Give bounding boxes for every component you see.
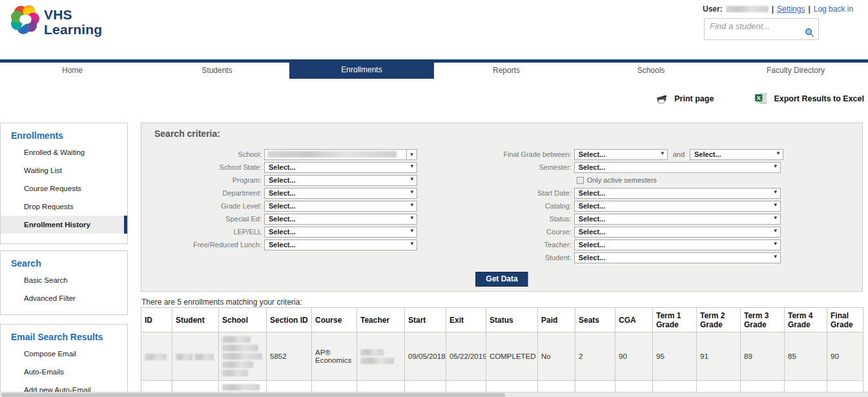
grade-level-label: Grade Level: [156,202,264,210]
start-date-label: Start Date: [501,189,574,197]
printer-icon [655,94,668,105]
search-placeholder: Find a student... [710,21,770,31]
log-back-in-link[interactable]: Log back in [814,5,853,14]
cell-exit: 05/22/2019 [446,332,486,381]
horizontal-scrollbar[interactable] [0,392,868,397]
cell-term4-grade: 85 [785,332,827,381]
tab-faculty-directory[interactable]: Faculty Directory [723,63,868,79]
sidebar-item-course-requests[interactable]: Course Requests [1,179,127,198]
col-teacher: Teacher [357,308,405,332]
col-section-id: Section ID [267,308,312,332]
col-term3-grade: Term 3 Grade [741,308,785,332]
sidebar-email-box: Email Search Results Compose Email Auto-… [0,324,128,397]
catalog-select[interactable]: Select... ▼ [574,201,781,212]
semester-select[interactable]: Select... ▼ [574,162,781,173]
cell-start: 09/05/2018 [405,332,446,381]
page-actions: Print page X Export Results to Excel [655,93,864,105]
col-school: School [219,308,267,332]
col-course: Course [312,308,357,332]
and-label: and [668,150,690,158]
find-student-search-input[interactable]: Find a student... [704,18,819,40]
col-status: Status [486,308,538,332]
criteria-right-column: Final Grade between: Select... ▼ and Sel… [501,148,783,264]
redacted-text [176,354,192,360]
cell-term1-grade: 95 [653,332,697,381]
sidebar-item-waiting-list[interactable]: Waiting List [1,161,127,179]
user-label: User: [703,5,723,14]
special-ed-select[interactable]: Select... ▼ [264,214,417,225]
free-reduced-lunch-select[interactable]: Select... ▼ [264,239,417,250]
free-reduced-lunch-label: Free/Reduced Lunch: [156,241,264,249]
sidebar-item-enrollment-history[interactable]: Enrollment History [1,216,127,234]
sidebar-item-drop-requests[interactable]: Drop Requests [1,198,127,216]
redacted-text [360,358,394,364]
results-table-wrap: ID Student School Section ID Course Teac… [141,307,863,397]
student-label: Student: [501,254,574,261]
chevron-down-icon: ▼ [409,202,415,208]
status-label: Status: [501,215,574,223]
redacted-text [222,336,251,343]
chevron-down-icon: ▼ [406,150,417,159]
school-label: School: [156,150,264,158]
chevron-down-icon: ▼ [409,189,415,195]
scrollbar-thumb[interactable] [1,393,505,397]
results-caption: There are 5 enrollments matching your cr… [141,298,302,307]
cell-term3-grade: 89 [741,332,785,381]
sidebar-item-enrolled-waiting[interactable]: Enrolled & Waiting [1,143,127,161]
lep-ell-select[interactable]: Select... ▼ [264,227,417,238]
tab-home[interactable]: Home [0,63,145,79]
separator: | [772,5,774,14]
course-label: Course: [501,228,574,236]
search-icon[interactable] [805,28,814,37]
sidebar-item-basic-search[interactable]: Basic Search [1,271,127,289]
cell-paid: No [538,332,575,381]
student-select[interactable]: Select... ▼ [574,252,781,263]
tab-students[interactable]: Students [145,63,289,79]
search-criteria-title: Search criteria: [141,123,862,139]
semester-label: Semester: [501,163,574,171]
col-cga: CGA [615,308,653,332]
sidebar-enrollments-box: Enrollments Enrolled & Waiting Waiting L… [0,123,128,244]
tab-enrollments[interactable]: Enrollments [289,59,434,79]
redacted-text [222,353,262,360]
get-data-button[interactable]: Get Data [475,272,528,287]
separator: | [808,5,810,14]
export-excel-button[interactable]: X Export Results to Excel [755,93,864,105]
table-row: 5852 AP® Economics 09/05/2018 05/22/2019… [141,332,863,381]
teacher-select[interactable]: Select... ▼ [574,239,781,250]
chevron-down-icon: ▼ [409,176,415,182]
col-student: Student [172,308,219,332]
cell-seats: 2 [575,332,615,381]
final-grade-from-select[interactable]: Select... ▼ [574,149,668,160]
chevron-down-icon: ▼ [773,228,778,234]
tab-reports[interactable]: Reports [434,63,579,79]
special-ed-label: Special Ed: [156,215,264,223]
chevron-down-icon: ▼ [776,150,781,156]
chevron-down-icon: ▼ [773,163,778,169]
vhs-logo-text: VHS Learning [44,8,102,37]
cell-term2-grade: 91 [697,332,741,381]
course-select[interactable]: Select... ▼ [574,227,781,238]
settings-link[interactable]: Settings [777,5,805,14]
redacted-text [222,370,248,376]
redacted-text [222,384,260,391]
page-header: VHS Learning User: | Settings | Log back… [0,0,868,59]
status-select[interactable]: Select... ▼ [574,214,781,225]
cell-cga: 90 [615,332,653,381]
only-active-semesters-checkbox[interactable] [577,177,584,184]
sidebar-item-advanced-filter[interactable]: Advanced Filter [1,289,127,307]
print-page-button[interactable]: Print page [655,94,714,105]
final-grade-to-select[interactable]: Select... ▼ [690,149,783,160]
tab-schools[interactable]: Schools [579,63,723,79]
redacted-username [726,6,769,12]
school-state-select[interactable]: Select... ▼ [264,162,417,173]
sidebar-item-auto-emails[interactable]: Auto-Emails [1,363,127,381]
school-select[interactable]: ▼ [264,149,417,160]
chevron-down-icon: ▼ [409,215,415,221]
program-select[interactable]: Select... ▼ [264,175,417,186]
department-select[interactable]: Select... ▼ [264,188,417,199]
sidebar-item-compose-email[interactable]: Compose Email [1,345,127,363]
sidebar-title-enrollments: Enrollments [1,123,127,143]
grade-level-select[interactable]: Select... ▼ [264,201,417,212]
start-date-select[interactable]: Select... ▼ [574,188,781,199]
